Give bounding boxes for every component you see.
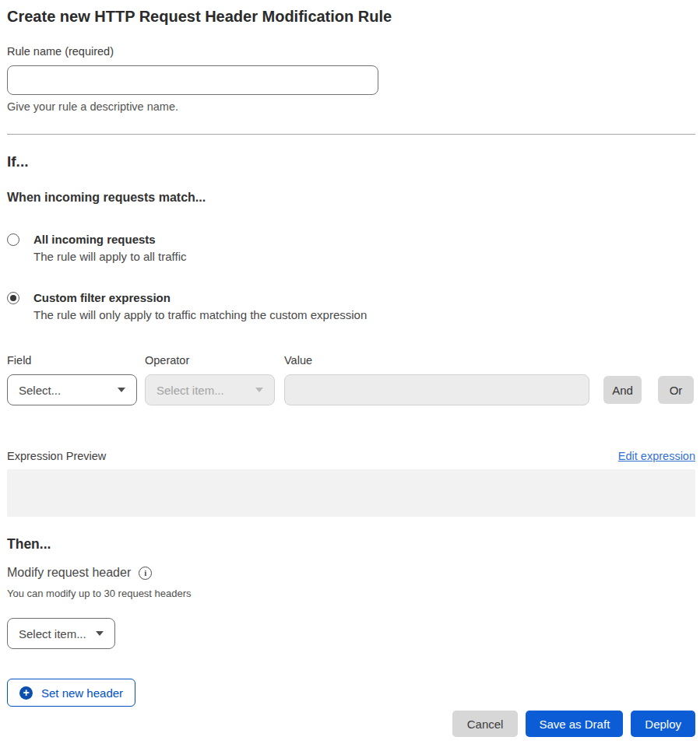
create-rule-form: Create new HTTP Request Header Modificat…: [0, 8, 700, 737]
operator-select-value: Select item...: [157, 384, 224, 397]
operator-label: Operator: [145, 354, 275, 367]
edit-expression-link[interactable]: Edit expression: [618, 450, 695, 462]
caret-down-icon: [255, 388, 263, 392]
info-icon[interactable]: i: [139, 567, 152, 580]
value-column: Value: [284, 354, 589, 405]
deploy-button[interactable]: Deploy: [631, 711, 695, 737]
section-divider: [7, 134, 695, 135]
radio-option-texts: All incoming requests The rule will appl…: [33, 233, 186, 263]
radio-option-custom-filter-expression[interactable]: Custom filter expression The rule will o…: [7, 291, 695, 321]
caret-down-icon: [118, 388, 125, 392]
value-input: [284, 374, 589, 405]
radio-label: All incoming requests: [33, 233, 186, 246]
radio-button-selected[interactable]: [7, 292, 19, 304]
save-as-draft-button[interactable]: Save as Draft: [526, 711, 623, 737]
or-button[interactable]: Or: [658, 376, 694, 404]
header-item-select-value: Select item...: [19, 627, 86, 640]
radio-label: Custom filter expression: [33, 291, 367, 304]
caret-down-icon: [96, 631, 104, 636]
radio-description: The rule will only apply to traffic matc…: [33, 308, 367, 321]
rule-name-label: Rule name (required): [7, 45, 695, 58]
page-title: Create new HTTP Request Header Modificat…: [7, 8, 695, 26]
rule-name-input[interactable]: [7, 65, 378, 95]
expression-preview-box: [7, 469, 695, 517]
if-heading: If...: [7, 153, 695, 170]
expression-preview-label: Expression Preview: [7, 450, 106, 462]
radio-description: The rule will apply to all traffic: [33, 250, 186, 263]
modify-header-helper: You can modify up to 30 request headers: [7, 588, 695, 599]
radio-button-unselected[interactable]: [7, 233, 19, 246]
field-select-value: Select...: [19, 384, 61, 397]
modify-header-row: Modify request header i: [7, 566, 695, 580]
cancel-button[interactable]: Cancel: [452, 711, 519, 737]
expression-builder-row: Field Select... Operator Select item... …: [7, 354, 695, 405]
value-label: Value: [284, 354, 589, 367]
match-subheading: When incoming requests match...: [7, 191, 695, 205]
field-column: Field Select...: [7, 354, 137, 405]
operator-select: Select item...: [145, 374, 275, 405]
radio-option-texts: Custom filter expression The rule will o…: [33, 291, 367, 321]
header-item-select[interactable]: Select item...: [7, 618, 115, 649]
field-select[interactable]: Select...: [7, 374, 137, 405]
set-new-header-label: Set new header: [41, 686, 123, 700]
set-new-header-button[interactable]: + Set new header: [7, 679, 135, 707]
expression-preview-header: Expression Preview Edit expression: [7, 450, 695, 462]
plus-icon: +: [19, 686, 33, 700]
rule-name-helper: Give your rule a descriptive name.: [7, 100, 695, 113]
and-button[interactable]: And: [603, 376, 642, 404]
operator-column: Operator Select item...: [145, 354, 275, 405]
then-heading: Then...: [7, 536, 695, 553]
modify-request-header-label: Modify request header: [7, 566, 131, 580]
radio-option-all-incoming-requests[interactable]: All incoming requests The rule will appl…: [7, 233, 695, 263]
field-label: Field: [7, 354, 137, 367]
footer-actions: Cancel Save as Draft Deploy: [7, 711, 695, 737]
